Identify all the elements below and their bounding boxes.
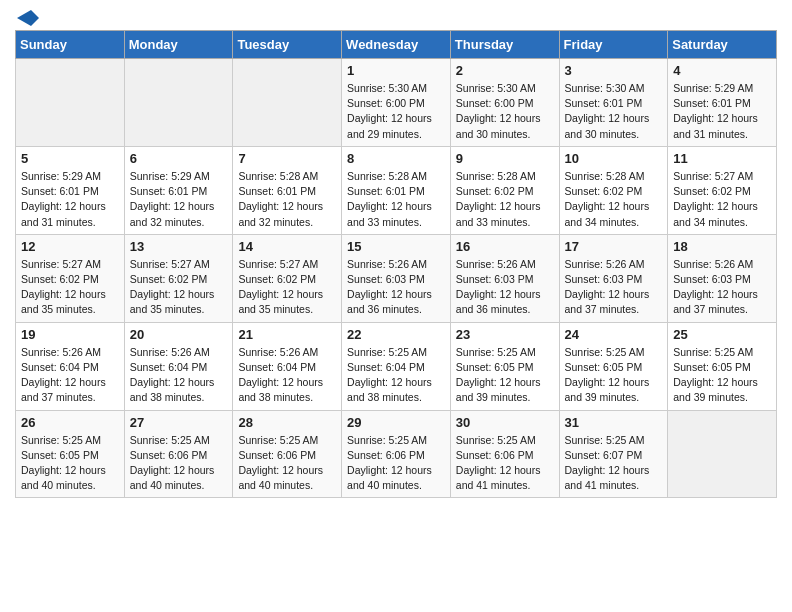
calendar-container: SundayMondayTuesdayWednesdayThursdayFrid…	[0, 0, 792, 508]
weekday-header-sunday: Sunday	[16, 31, 125, 59]
day-number: 31	[565, 415, 663, 430]
day-info: Sunrise: 5:26 AMSunset: 6:03 PMDaylight:…	[456, 257, 554, 318]
day-info: Sunrise: 5:27 AMSunset: 6:02 PMDaylight:…	[673, 169, 771, 230]
day-number: 27	[130, 415, 228, 430]
calendar-cell: 11Sunrise: 5:27 AMSunset: 6:02 PMDayligh…	[668, 146, 777, 234]
day-info: Sunrise: 5:26 AMSunset: 6:03 PMDaylight:…	[565, 257, 663, 318]
calendar-cell: 19Sunrise: 5:26 AMSunset: 6:04 PMDayligh…	[16, 322, 125, 410]
calendar-cell: 31Sunrise: 5:25 AMSunset: 6:07 PMDayligh…	[559, 410, 668, 498]
weekday-header-monday: Monday	[124, 31, 233, 59]
day-number: 4	[673, 63, 771, 78]
day-info: Sunrise: 5:30 AMSunset: 6:01 PMDaylight:…	[565, 81, 663, 142]
day-number: 20	[130, 327, 228, 342]
svg-marker-0	[17, 10, 39, 26]
calendar-cell: 30Sunrise: 5:25 AMSunset: 6:06 PMDayligh…	[450, 410, 559, 498]
day-number: 12	[21, 239, 119, 254]
calendar-cell: 28Sunrise: 5:25 AMSunset: 6:06 PMDayligh…	[233, 410, 342, 498]
day-info: Sunrise: 5:25 AMSunset: 6:05 PMDaylight:…	[673, 345, 771, 406]
calendar-cell: 1Sunrise: 5:30 AMSunset: 6:00 PMDaylight…	[342, 59, 451, 147]
calendar-cell: 5Sunrise: 5:29 AMSunset: 6:01 PMDaylight…	[16, 146, 125, 234]
day-number: 10	[565, 151, 663, 166]
day-info: Sunrise: 5:27 AMSunset: 6:02 PMDaylight:…	[21, 257, 119, 318]
day-info: Sunrise: 5:25 AMSunset: 6:05 PMDaylight:…	[565, 345, 663, 406]
calendar-cell: 22Sunrise: 5:25 AMSunset: 6:04 PMDayligh…	[342, 322, 451, 410]
calendar-cell	[233, 59, 342, 147]
day-number: 29	[347, 415, 445, 430]
day-number: 8	[347, 151, 445, 166]
calendar-week-4: 19Sunrise: 5:26 AMSunset: 6:04 PMDayligh…	[16, 322, 777, 410]
calendar-cell: 4Sunrise: 5:29 AMSunset: 6:01 PMDaylight…	[668, 59, 777, 147]
day-number: 23	[456, 327, 554, 342]
calendar-cell: 8Sunrise: 5:28 AMSunset: 6:01 PMDaylight…	[342, 146, 451, 234]
weekday-header-saturday: Saturday	[668, 31, 777, 59]
calendar-cell: 13Sunrise: 5:27 AMSunset: 6:02 PMDayligh…	[124, 234, 233, 322]
calendar-week-2: 5Sunrise: 5:29 AMSunset: 6:01 PMDaylight…	[16, 146, 777, 234]
calendar-cell: 9Sunrise: 5:28 AMSunset: 6:02 PMDaylight…	[450, 146, 559, 234]
header	[15, 10, 777, 22]
day-info: Sunrise: 5:28 AMSunset: 6:02 PMDaylight:…	[456, 169, 554, 230]
day-number: 28	[238, 415, 336, 430]
calendar-cell: 6Sunrise: 5:29 AMSunset: 6:01 PMDaylight…	[124, 146, 233, 234]
day-number: 30	[456, 415, 554, 430]
day-number: 16	[456, 239, 554, 254]
weekday-header-tuesday: Tuesday	[233, 31, 342, 59]
day-info: Sunrise: 5:30 AMSunset: 6:00 PMDaylight:…	[347, 81, 445, 142]
day-info: Sunrise: 5:25 AMSunset: 6:06 PMDaylight:…	[456, 433, 554, 494]
day-info: Sunrise: 5:30 AMSunset: 6:00 PMDaylight:…	[456, 81, 554, 142]
calendar-cell	[124, 59, 233, 147]
day-number: 9	[456, 151, 554, 166]
day-info: Sunrise: 5:26 AMSunset: 6:03 PMDaylight:…	[347, 257, 445, 318]
weekday-header-row: SundayMondayTuesdayWednesdayThursdayFrid…	[16, 31, 777, 59]
day-number: 25	[673, 327, 771, 342]
calendar-cell: 21Sunrise: 5:26 AMSunset: 6:04 PMDayligh…	[233, 322, 342, 410]
calendar-cell: 29Sunrise: 5:25 AMSunset: 6:06 PMDayligh…	[342, 410, 451, 498]
calendar-cell: 14Sunrise: 5:27 AMSunset: 6:02 PMDayligh…	[233, 234, 342, 322]
day-number: 24	[565, 327, 663, 342]
day-number: 11	[673, 151, 771, 166]
day-info: Sunrise: 5:28 AMSunset: 6:01 PMDaylight:…	[347, 169, 445, 230]
calendar-cell: 7Sunrise: 5:28 AMSunset: 6:01 PMDaylight…	[233, 146, 342, 234]
day-info: Sunrise: 5:25 AMSunset: 6:04 PMDaylight:…	[347, 345, 445, 406]
logo-bird-icon	[17, 10, 39, 26]
day-info: Sunrise: 5:26 AMSunset: 6:04 PMDaylight:…	[130, 345, 228, 406]
weekday-header-thursday: Thursday	[450, 31, 559, 59]
day-info: Sunrise: 5:25 AMSunset: 6:06 PMDaylight:…	[130, 433, 228, 494]
day-number: 19	[21, 327, 119, 342]
day-number: 5	[21, 151, 119, 166]
calendar-cell: 27Sunrise: 5:25 AMSunset: 6:06 PMDayligh…	[124, 410, 233, 498]
day-info: Sunrise: 5:25 AMSunset: 6:05 PMDaylight:…	[456, 345, 554, 406]
day-info: Sunrise: 5:29 AMSunset: 6:01 PMDaylight:…	[130, 169, 228, 230]
calendar-cell: 20Sunrise: 5:26 AMSunset: 6:04 PMDayligh…	[124, 322, 233, 410]
day-number: 7	[238, 151, 336, 166]
calendar-cell: 17Sunrise: 5:26 AMSunset: 6:03 PMDayligh…	[559, 234, 668, 322]
calendar-cell: 16Sunrise: 5:26 AMSunset: 6:03 PMDayligh…	[450, 234, 559, 322]
calendar-cell: 15Sunrise: 5:26 AMSunset: 6:03 PMDayligh…	[342, 234, 451, 322]
day-number: 13	[130, 239, 228, 254]
day-info: Sunrise: 5:26 AMSunset: 6:04 PMDaylight:…	[21, 345, 119, 406]
day-number: 15	[347, 239, 445, 254]
calendar-table: SundayMondayTuesdayWednesdayThursdayFrid…	[15, 30, 777, 498]
calendar-cell: 12Sunrise: 5:27 AMSunset: 6:02 PMDayligh…	[16, 234, 125, 322]
day-info: Sunrise: 5:26 AMSunset: 6:04 PMDaylight:…	[238, 345, 336, 406]
calendar-cell: 23Sunrise: 5:25 AMSunset: 6:05 PMDayligh…	[450, 322, 559, 410]
day-info: Sunrise: 5:29 AMSunset: 6:01 PMDaylight:…	[21, 169, 119, 230]
day-number: 18	[673, 239, 771, 254]
calendar-cell: 3Sunrise: 5:30 AMSunset: 6:01 PMDaylight…	[559, 59, 668, 147]
calendar-week-3: 12Sunrise: 5:27 AMSunset: 6:02 PMDayligh…	[16, 234, 777, 322]
calendar-week-1: 1Sunrise: 5:30 AMSunset: 6:00 PMDaylight…	[16, 59, 777, 147]
day-number: 22	[347, 327, 445, 342]
calendar-cell	[668, 410, 777, 498]
day-info: Sunrise: 5:27 AMSunset: 6:02 PMDaylight:…	[238, 257, 336, 318]
day-number: 2	[456, 63, 554, 78]
calendar-cell: 24Sunrise: 5:25 AMSunset: 6:05 PMDayligh…	[559, 322, 668, 410]
calendar-cell: 26Sunrise: 5:25 AMSunset: 6:05 PMDayligh…	[16, 410, 125, 498]
logo	[15, 10, 39, 22]
day-info: Sunrise: 5:25 AMSunset: 6:06 PMDaylight:…	[347, 433, 445, 494]
calendar-week-5: 26Sunrise: 5:25 AMSunset: 6:05 PMDayligh…	[16, 410, 777, 498]
day-info: Sunrise: 5:28 AMSunset: 6:01 PMDaylight:…	[238, 169, 336, 230]
day-number: 26	[21, 415, 119, 430]
weekday-header-friday: Friday	[559, 31, 668, 59]
day-number: 17	[565, 239, 663, 254]
day-number: 14	[238, 239, 336, 254]
day-info: Sunrise: 5:28 AMSunset: 6:02 PMDaylight:…	[565, 169, 663, 230]
